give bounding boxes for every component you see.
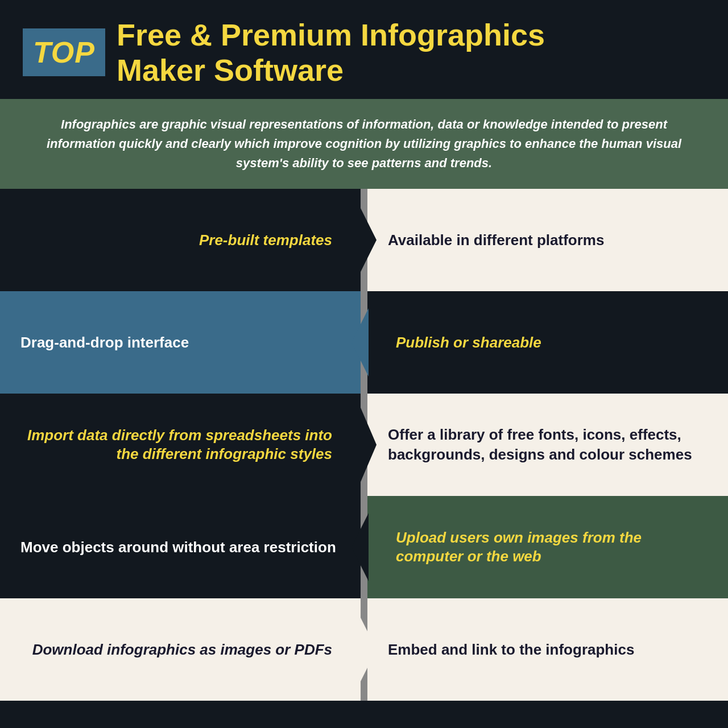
arrow-right-3	[359, 405, 377, 485]
row5-left-text: Download infographics as images or PDFs	[32, 640, 332, 660]
top-badge: TOP	[23, 28, 105, 76]
row4-left: Move objects around without area restric…	[0, 496, 361, 598]
row1-left: Pre-built templates	[0, 189, 361, 291]
row1-right: Available in different platforms	[367, 189, 728, 291]
row5-right-text: Embed and link to the infographics	[388, 640, 634, 660]
row3-right-text: Offer a library of free fonts, icons, ef…	[388, 425, 708, 465]
arrow-left-4	[351, 513, 369, 581]
features-grid: Pre-built templates Available in differe…	[0, 189, 728, 701]
row1-left-text: Pre-built templates	[199, 231, 332, 250]
row2-left-text: Drag-and-drop interface	[20, 333, 189, 353]
row4-right: Upload users own images from the compute…	[367, 496, 728, 598]
arrow-left-2	[351, 308, 369, 377]
description-text: Infographics are graphic visual represen…	[34, 115, 694, 173]
row2-left: Drag-and-drop interface	[0, 291, 361, 394]
row5-left: Download infographics as images or PDFs	[0, 598, 361, 701]
row3-left-text: Import data directly from spreadsheets i…	[20, 426, 332, 465]
row3-right: Offer a library of free fonts, icons, ef…	[367, 394, 728, 496]
row3-left: Import data directly from spreadsheets i…	[0, 394, 361, 496]
row5-right: Embed and link to the infographics	[367, 598, 728, 701]
row1-right-text: Available in different platforms	[388, 230, 604, 250]
description-box: Infographics are graphic visual represen…	[0, 99, 728, 189]
row4-left-text: Move objects around without area restric…	[20, 537, 336, 557]
badge-text: TOP	[33, 36, 95, 69]
arrow-right-1	[359, 206, 377, 274]
row2-right: Publish or shareable	[367, 291, 728, 394]
header-title: Free & Premium Infographics Maker Softwa…	[117, 17, 545, 88]
header: TOP Free & Premium Infographics Maker So…	[0, 0, 728, 99]
row4-right-text: Upload users own images from the compute…	[396, 528, 708, 567]
row2-right-text: Publish or shareable	[396, 333, 541, 353]
arrow-right-5	[359, 615, 377, 684]
